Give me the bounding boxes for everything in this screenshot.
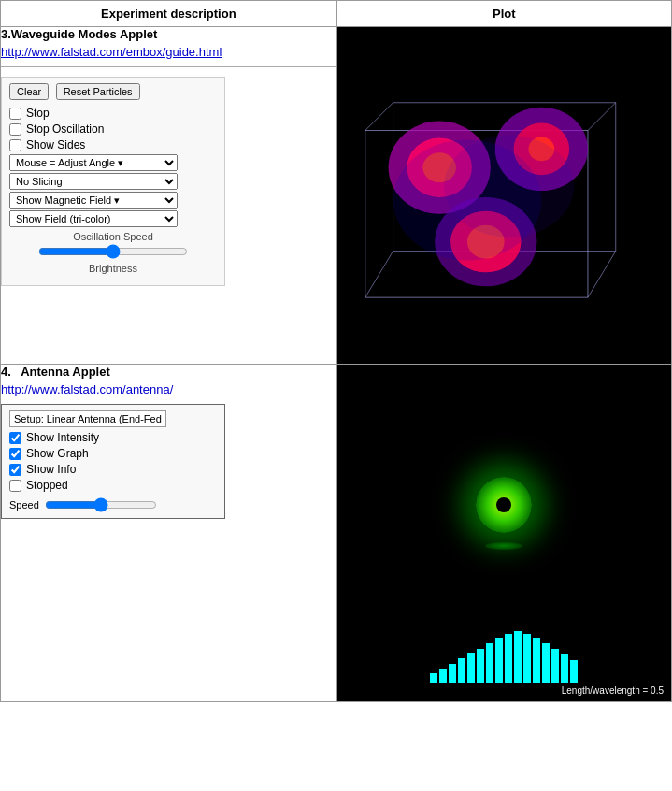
- show-info-row: Show Info: [9, 463, 217, 476]
- svg-point-17: [444, 135, 574, 237]
- section3-row: 3.Waveguide Modes Applet http://www.fals…: [1, 27, 672, 365]
- section3-link[interactable]: http://www.falstad.com/embox/guide.html: [1, 45, 336, 59]
- antenna-visualization: Length/wavelength = 0.5: [337, 365, 671, 701]
- waveguide-visualization: [337, 27, 671, 364]
- show-graph-row: Show Graph: [9, 447, 217, 460]
- antenna-bar: [561, 654, 568, 683]
- header-plot: Plot: [336, 1, 671, 27]
- show-intensity-row: Show Intensity: [9, 431, 217, 444]
- antenna-bar: [486, 643, 493, 683]
- antenna-wavelength-label: Length/wavelength = 0.5: [562, 685, 664, 696]
- show-intensity-checkbox[interactable]: [9, 432, 21, 444]
- osc-speed-row: Oscillation Speed: [9, 231, 217, 259]
- antenna-bar: [449, 664, 456, 683]
- section4-link[interactable]: http://www.falstad.com/antenna/: [1, 382, 336, 396]
- show-info-checkbox[interactable]: [9, 464, 21, 476]
- section4-title: 4. Antenna Applet: [1, 365, 336, 379]
- antenna-bar: [570, 660, 578, 683]
- antenna-bar: [514, 631, 522, 683]
- section3-divider: [1, 66, 336, 67]
- show-sides-label: Show Sides: [26, 138, 85, 151]
- antenna-bar: [430, 673, 437, 683]
- show-sides-row: Show Sides: [9, 138, 217, 151]
- mouse-select[interactable]: Mouse = Adjust Angle ▾: [9, 154, 178, 171]
- antenna-bar: [533, 638, 540, 683]
- stop-label: Stop: [26, 107, 50, 120]
- speed-slider[interactable]: [45, 497, 157, 512]
- stopped-row: Stopped: [9, 479, 217, 492]
- header-desc: Experiment description: [1, 1, 337, 27]
- antenna-dot: [496, 497, 511, 512]
- antenna-bars: [337, 626, 671, 683]
- reset-particles-button[interactable]: Reset Particles: [56, 83, 140, 100]
- antenna-glow: [476, 477, 532, 533]
- stopped-label: Stopped: [26, 479, 68, 492]
- section4-row: 4. Antenna Applet http://www.falstad.com…: [1, 365, 672, 702]
- clear-button[interactable]: Clear: [9, 83, 49, 100]
- wg-btn-row: Clear Reset Particles: [9, 83, 217, 104]
- antenna-reflection: [485, 542, 522, 550]
- antenna-controls: Setup: Linear Antenna (End-Fed Show Inte…: [1, 404, 225, 519]
- antenna-bar: [458, 658, 465, 683]
- section4-desc-cell: 4. Antenna Applet http://www.falstad.com…: [1, 365, 337, 702]
- stop-osc-label: Stop Oscillation: [26, 122, 104, 136]
- antenna-bar: [542, 643, 550, 683]
- antenna-bar: [505, 634, 512, 683]
- speed-row: Speed: [9, 497, 217, 512]
- show-graph-label: Show Graph: [26, 447, 89, 460]
- antenna-bar: [439, 669, 447, 683]
- main-table: Experiment description Plot 3.Waveguide …: [0, 0, 672, 702]
- section3-desc-cell: 3.Waveguide Modes Applet http://www.fals…: [1, 27, 337, 365]
- antenna-bar: [477, 649, 484, 683]
- osc-speed-label: Oscillation Speed: [73, 231, 153, 242]
- waveguide-svg: [337, 27, 671, 364]
- show-graph-checkbox[interactable]: [9, 448, 21, 460]
- section3-title: 3.Waveguide Modes Applet: [1, 27, 336, 41]
- show-sides-checkbox[interactable]: [9, 139, 21, 151]
- section4-plot-cell: Length/wavelength = 0.5: [336, 365, 671, 702]
- brightness-row: Brightness: [9, 263, 217, 276]
- slicing-select[interactable]: No Slicing: [9, 173, 178, 190]
- field-select[interactable]: Show Magnetic Field ▾: [9, 192, 178, 209]
- setup-row: Setup: Linear Antenna (End-Fed: [9, 410, 217, 427]
- antenna-bar: [495, 638, 503, 683]
- osc-speed-slider[interactable]: [38, 244, 188, 259]
- waveguide-controls: Clear Reset Particles Stop Stop Oscillat…: [1, 77, 225, 286]
- antenna-bar: [551, 649, 559, 683]
- show-info-label: Show Info: [26, 463, 76, 476]
- antenna-bar: [467, 653, 475, 683]
- stop-checkbox[interactable]: [9, 108, 21, 120]
- stop-row: Stop: [9, 107, 217, 120]
- show-intensity-label: Show Intensity: [26, 431, 99, 444]
- stop-osc-row: Stop Oscillation: [9, 122, 217, 136]
- color-select[interactable]: Show Field (tri-color): [9, 210, 178, 227]
- stopped-checkbox[interactable]: [9, 480, 21, 492]
- setup-label: Setup: Linear Antenna (End-Fed: [9, 410, 166, 427]
- speed-label: Speed: [9, 499, 39, 511]
- brightness-label: Brightness: [89, 263, 137, 274]
- stop-osc-checkbox[interactable]: [9, 123, 21, 136]
- antenna-bar: [523, 634, 531, 683]
- section3-plot-cell: [336, 27, 671, 365]
